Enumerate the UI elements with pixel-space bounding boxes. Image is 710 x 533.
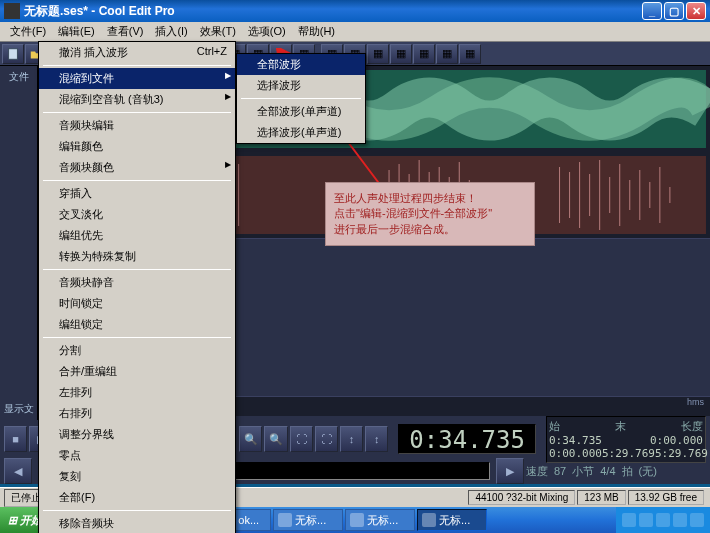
tray-icon[interactable]: [690, 513, 704, 527]
key[interactable]: (无): [639, 464, 657, 479]
svg-rect-0: [9, 48, 18, 59]
menu-effects[interactable]: 效果(T): [194, 22, 242, 41]
view-len: 5:29.769: [655, 447, 708, 460]
menu-item[interactable]: 撤消 插入波形Ctrl+Z: [39, 42, 235, 63]
zoom-in-button[interactable]: 🔍: [239, 426, 262, 452]
app-icon: [4, 3, 20, 19]
zoom-out-button[interactable]: 🔍: [264, 426, 287, 452]
selection-info: 始末长度 0:34.7350:00.000 0:00.0005:29.7695:…: [546, 416, 706, 463]
title-bar: 无标题.ses* - Cool Edit Pro _ ▢ ✕: [0, 0, 710, 22]
window-buttons: _ ▢ ✕: [642, 2, 706, 20]
annotation-box: 至此人声处理过程四步结束！ 点击"编辑-混缩到文件-全部波形" 进行最后一步混缩…: [325, 182, 535, 246]
toolbar-btn-20[interactable]: ▦: [459, 44, 481, 64]
bpm[interactable]: 87: [554, 465, 566, 477]
window-title: 无标题.ses* - Cool Edit Pro: [24, 3, 642, 20]
status-mem: 123 MB: [577, 490, 625, 505]
menu-options[interactable]: 选项(O): [242, 22, 292, 41]
sel-begin: 0:34.735: [549, 434, 602, 447]
sig[interactable]: 4/4: [600, 465, 615, 477]
toolbar-btn-17[interactable]: ▦: [390, 44, 412, 64]
mixdown-submenu: 全部波形选择波形全部波形(单声道)选择波形(单声道): [236, 53, 366, 144]
submenu-item[interactable]: 全部波形(单声道): [237, 101, 365, 122]
menu-item[interactable]: 交叉淡化: [39, 204, 235, 225]
menu-item[interactable]: 音频块颜色: [39, 157, 235, 178]
toolbar-btn-19[interactable]: ▦: [436, 44, 458, 64]
scroll-right[interactable]: ▶: [496, 458, 524, 484]
zoom-v-in[interactable]: ↕: [340, 426, 363, 452]
menu-item[interactable]: 音频块编辑: [39, 115, 235, 136]
annotation-line1: 至此人声处理过程四步结束！: [334, 191, 526, 206]
menu-item[interactable]: 合并/重编组: [39, 361, 235, 382]
annotation-line3: 进行最后一步混缩合成。: [334, 222, 526, 237]
start-icon: ⊞: [8, 514, 17, 527]
tray-icon[interactable]: [639, 513, 653, 527]
time-display: 0:34.735: [398, 424, 536, 454]
menu-item[interactable]: 编组锁定: [39, 314, 235, 335]
menu-item[interactable]: 转换为特殊复制: [39, 246, 235, 267]
display-label: 显示文: [0, 398, 37, 420]
taskbar-item[interactable]: 无标...: [345, 509, 415, 531]
submenu-item[interactable]: 全部波形: [237, 54, 365, 75]
submenu-item[interactable]: 选择波形(单声道): [237, 122, 365, 143]
menu-item[interactable]: 音频块静音: [39, 272, 235, 293]
menu-item[interactable]: 移除音频块: [39, 513, 235, 533]
stop-button[interactable]: ■: [4, 426, 27, 452]
scroll-left[interactable]: ◀: [4, 458, 32, 484]
menu-edit[interactable]: 编辑(E): [52, 22, 101, 41]
maximize-button[interactable]: ▢: [664, 2, 684, 20]
tray-icon[interactable]: [656, 513, 670, 527]
taskbar-item[interactable]: 无标...: [417, 509, 487, 531]
left-panel: 文件 显示文: [0, 66, 38, 438]
submenu-item[interactable]: 选择波形: [237, 75, 365, 96]
sel-len: 0:00.000: [650, 434, 703, 447]
menu-item[interactable]: 时间锁定: [39, 293, 235, 314]
menu-file[interactable]: 文件(F): [4, 22, 52, 41]
menu-item[interactable]: 全部(F): [39, 487, 235, 508]
menu-item[interactable]: 穿插入: [39, 183, 235, 204]
menu-view[interactable]: 查看(V): [101, 22, 150, 41]
zoom-sel-button[interactable]: ⛶: [315, 426, 338, 452]
toolbar-new[interactable]: [2, 44, 24, 64]
menu-item[interactable]: 零点: [39, 445, 235, 466]
taskbar-item[interactable]: 无标...: [273, 509, 343, 531]
menu-help[interactable]: 帮助(H): [292, 22, 341, 41]
view-end: 5:29.769: [602, 447, 655, 460]
menu-item[interactable]: 编辑颜色: [39, 136, 235, 157]
menu-item[interactable]: 调整分界线: [39, 424, 235, 445]
system-tray[interactable]: [616, 507, 710, 533]
close-button[interactable]: ✕: [686, 2, 706, 20]
menu-item[interactable]: 左排列: [39, 382, 235, 403]
tray-icon[interactable]: [673, 513, 687, 527]
status-format: 44100 ?32-bit Mixing: [468, 490, 575, 505]
view-begin: 0:00.000: [549, 447, 602, 460]
menu-insert[interactable]: 插入(I): [149, 22, 193, 41]
status-disk: 13.92 GB free: [628, 490, 704, 505]
menu-item[interactable]: 复刻: [39, 466, 235, 487]
menu-item[interactable]: 分割: [39, 340, 235, 361]
zoom-fit-button[interactable]: ⛶: [290, 426, 313, 452]
minimize-button[interactable]: _: [642, 2, 662, 20]
menu-bar: 文件(F) 编辑(E) 查看(V) 插入(I) 效果(T) 选项(O) 帮助(H…: [0, 22, 710, 42]
menu-item[interactable]: 混缩到文件: [39, 68, 235, 89]
tray-icon[interactable]: [622, 513, 636, 527]
tempo-box: 速度 87 小节 4/4 拍 (无): [526, 464, 706, 479]
zoom-v-out[interactable]: ↕: [365, 426, 388, 452]
menu-item[interactable]: 右排列: [39, 403, 235, 424]
time-unit: hms: [687, 397, 704, 407]
toolbar-btn-16[interactable]: ▦: [367, 44, 389, 64]
annotation-line2: 点击"编辑-混缩到文件-全部波形": [334, 206, 526, 221]
files-label: 文件: [0, 66, 37, 88]
toolbar-btn-18[interactable]: ▦: [413, 44, 435, 64]
menu-item[interactable]: 编组优先: [39, 225, 235, 246]
edit-menu-dropdown: 撤消 插入波形Ctrl+Z混缩到文件混缩到空音轨 (音轨3)音频块编辑编辑颜色音…: [38, 41, 236, 533]
menu-item[interactable]: 混缩到空音轨 (音轨3): [39, 89, 235, 110]
